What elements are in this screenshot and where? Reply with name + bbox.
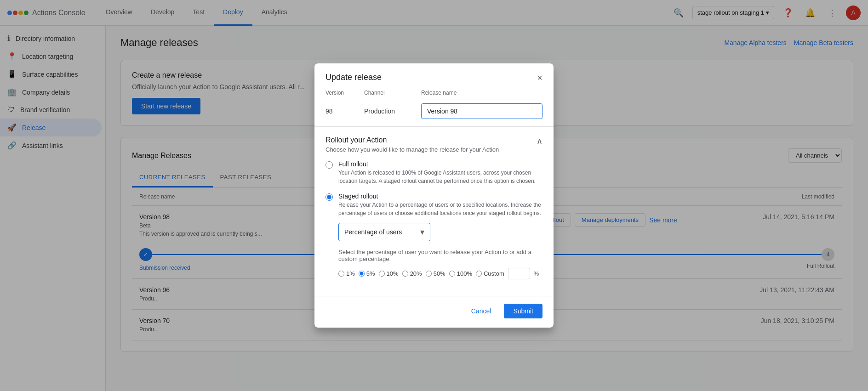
pct-option-20[interactable]: 20% <box>402 270 422 277</box>
dropdown-arrow-icon: ▾ <box>420 227 424 237</box>
pct-option-custom[interactable]: Custom <box>476 270 504 277</box>
pct-option-5[interactable]: 5% <box>359 270 375 277</box>
modal-col-version-header: Version <box>326 90 353 96</box>
modal-title: Update release <box>326 73 382 82</box>
modal-table-row: 98 Production <box>314 100 554 126</box>
update-release-modal: Update release × Version Channel Release… <box>314 63 554 328</box>
staged-rollout-option: Staged rollout Release your Action to a … <box>326 193 542 279</box>
modal-table-header: Version Channel Release name <box>314 90 554 100</box>
modal-close-button[interactable]: × <box>537 73 542 82</box>
modal-header: Update release × <box>314 63 554 90</box>
modal-overlay[interactable]: Update release × Version Channel Release… <box>0 0 868 391</box>
staged-rollout-label: Staged rollout Release your Action to a … <box>338 193 542 279</box>
cancel-button[interactable]: Cancel <box>464 304 499 318</box>
pct-radio-20[interactable] <box>402 271 408 277</box>
modal-channel-value: Production <box>364 108 410 115</box>
rollout-section-header: Rollout your Action Choose how you would… <box>326 136 542 160</box>
rollout-title: Rollout your Action <box>326 136 499 144</box>
rollout-section-titles: Rollout your Action Choose how you would… <box>326 136 499 160</box>
pct-custom-input[interactable] <box>508 268 530 279</box>
full-rollout-label: Full rollout Your Action is released to … <box>338 160 542 185</box>
pct-radio-100[interactable] <box>449 271 455 277</box>
pct-description: Select the percentage of user you want t… <box>338 249 542 262</box>
pct-radio-50[interactable] <box>426 271 432 277</box>
pct-radio-custom[interactable] <box>476 271 482 277</box>
percentage-options: 1% 5% 10% 20% <box>338 268 542 279</box>
submit-button[interactable]: Submit <box>504 304 542 318</box>
pct-label-20: 20% <box>410 270 422 277</box>
pct-label-5: 5% <box>366 270 375 277</box>
pct-label-1: 1% <box>346 270 355 277</box>
rollout-section: Rollout your Action Choose how you would… <box>314 127 554 296</box>
staged-rollout-radio[interactable] <box>326 193 333 201</box>
pct-symbol: % <box>534 270 539 277</box>
pct-radio-10[interactable] <box>379 271 385 277</box>
rollout-collapse-button[interactable]: ∧ <box>537 136 542 146</box>
pct-radio-5[interactable] <box>359 271 365 277</box>
pct-label-50: 50% <box>434 270 445 277</box>
pct-option-10[interactable]: 10% <box>379 270 399 277</box>
rollout-type-dropdown[interactable]: Percentage of users ▾ <box>338 223 430 241</box>
pct-radio-1[interactable] <box>338 271 344 277</box>
pct-option-100[interactable]: 100% <box>449 270 472 277</box>
pct-label-custom: Custom <box>484 270 504 277</box>
full-rollout-radio[interactable] <box>326 161 333 169</box>
modal-version-value: 98 <box>326 108 353 115</box>
modal-footer: Cancel Submit <box>314 296 554 328</box>
pct-option-50[interactable]: 50% <box>426 270 445 277</box>
modal-col-name-header: Release name <box>421 90 542 96</box>
release-name-input[interactable] <box>421 103 542 119</box>
pct-label-100: 100% <box>457 270 472 277</box>
dropdown-label: Percentage of users <box>344 228 402 236</box>
modal-col-channel-header: Channel <box>364 90 410 96</box>
pct-option-1[interactable]: 1% <box>338 270 355 277</box>
modal-name-field <box>421 103 542 119</box>
pct-label-10: 10% <box>387 270 399 277</box>
rollout-desc: Choose how you would like to manage the … <box>326 146 499 153</box>
full-rollout-option: Full rollout Your Action is released to … <box>326 160 542 185</box>
